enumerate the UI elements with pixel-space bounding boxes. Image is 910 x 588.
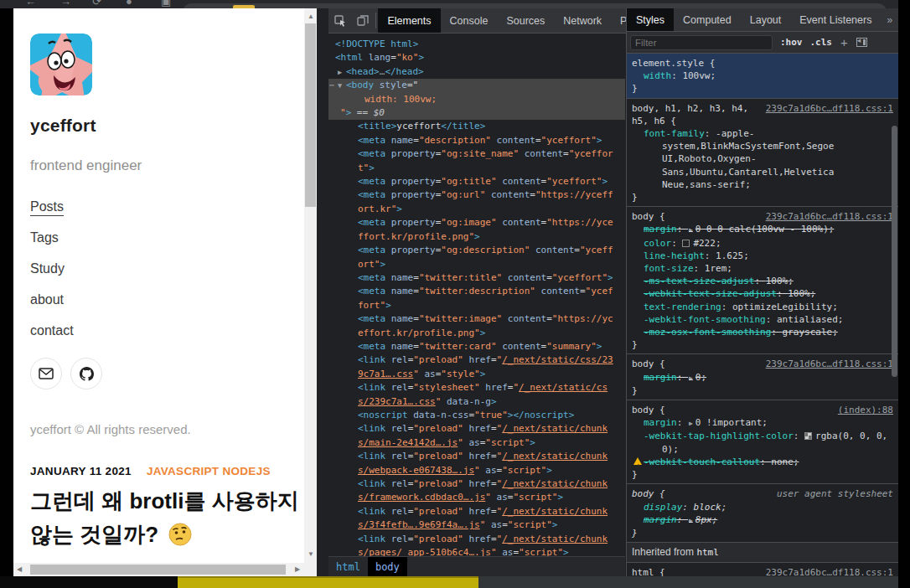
code-line[interactable]: ffort.kr/profile.png"> [328, 230, 625, 244]
styles-more-tabs-icon[interactable]: » [881, 8, 898, 31]
code-line[interactable]: 9c7a1….css" as="style"> [328, 368, 625, 381]
devtools-tab-network[interactable]: Network [554, 8, 611, 33]
css-rule[interactable]: 239c7a1d6bc…df118.css:1body {margin: ▶0 … [627, 207, 898, 354]
post-title-link[interactable]: 그런데 왜 brotli를 사용하지 않는 것일까? [30, 484, 317, 551]
css-rule[interactable]: 239c7a1d6bc…df118.css:1body {margin: ▶0;… [627, 354, 898, 400]
code-line[interactable]: "> == $0 [328, 106, 625, 120]
mail-link[interactable] [30, 358, 62, 389]
breadcrumb-html[interactable]: html [328, 557, 368, 576]
code-line[interactable]: <meta name="twitter:card" content="summa… [328, 340, 625, 353]
css-property[interactable]: margin: ▶0 !important; [632, 416, 893, 430]
css-property[interactable]: font-size: 1rem; [632, 262, 893, 275]
code-line[interactable]: <meta property="og:url" content="https:/… [328, 188, 625, 202]
stylesheet-source-link[interactable]: 239c7a1d6bc…df118.css:1 [766, 210, 893, 223]
code-line[interactable]: <noscript data-n-css="true"></noscript> [328, 409, 625, 422]
code-line[interactable]: <meta property="og:image" content="https… [328, 216, 625, 230]
expand-shorthand-icon[interactable]: ▶ [689, 420, 693, 427]
code-line[interactable]: <title>yceffort</title> [328, 120, 625, 133]
css-property[interactable]: -webkit-tap-highlight-color: rgba(0, 0, … [632, 430, 893, 455]
class-toggle[interactable]: .cls [810, 37, 833, 48]
sidebar-nav-item-tags[interactable]: Tags [30, 230, 74, 245]
devtools-tab-elements[interactable]: Elements [378, 8, 440, 33]
code-line[interactable]: <meta name="description" content="yceffo… [328, 134, 625, 147]
styles-scrollbar-thumb[interactable] [892, 126, 897, 377]
code-line[interactable]: <link rel="preload" href="/_next/static/… [328, 353, 625, 367]
css-property[interactable]: -moz-osx-font-smoothing: grayscale; [632, 326, 893, 338]
forward-icon[interactable]: → [60, 0, 71, 8]
code-line[interactable]: <meta property="og:site_name" content="y… [328, 147, 625, 161]
css-property[interactable]: -ms-text-size-adjust: 100%; [632, 275, 893, 287]
new-style-rule-icon[interactable]: + [840, 39, 848, 47]
devtools-tab-sources[interactable]: Sources [497, 8, 554, 33]
scroll-up-icon[interactable]: ▲ [308, 13, 314, 20]
css-rule[interactable]: user agent stylesheetbody {display: bloc… [627, 484, 898, 543]
code-line[interactable]: s/framework.cdbdac0….js" as="script"> [328, 491, 625, 504]
css-property[interactable]: line-height: 1.625; [632, 250, 893, 262]
color-swatch[interactable] [804, 432, 812, 440]
css-rule[interactable]: 239c7a1d6bc…df118.css:1body, h1, h2, h3,… [627, 99, 898, 208]
scroll-down-icon[interactable]: ▼ [308, 551, 314, 558]
code-line[interactable]: <meta name="twitter:image" content="http… [328, 312, 625, 326]
pseudo-state-toggle[interactable]: :hov [780, 37, 803, 48]
code-line[interactable]: fort"> [328, 299, 625, 312]
expand-arrow-icon[interactable]: ▶ [338, 65, 342, 79]
code-line[interactable]: s/3f4fefb….9e69f4a….js" as="script"> [328, 518, 625, 532]
color-swatch[interactable] [682, 240, 690, 247]
breadcrumb-body[interactable]: body [368, 557, 407, 576]
styles-tab-styles[interactable]: Styles [627, 8, 674, 31]
code-line[interactable]: <html lang="ko"> [328, 51, 625, 64]
expand-shorthand-icon[interactable]: ▶ [689, 226, 693, 234]
sidebar-nav-item-posts[interactable]: Posts [30, 199, 74, 214]
code-line[interactable]: <!DOCTYPE html> [328, 38, 625, 51]
code-line[interactable]: s/239c7a1….css" data-n-g> [328, 395, 625, 409]
code-line[interactable]: <meta name="twitter:description" content… [328, 285, 625, 298]
code-line[interactable]: <meta property="og:description" content=… [328, 244, 625, 257]
scroll-right-icon[interactable]: ▶ [295, 566, 300, 573]
github-link[interactable] [70, 358, 102, 389]
css-property[interactable]: -webkit-font-smoothing: antialiased; [632, 313, 893, 326]
css-property[interactable]: text-rendering: optimizeLegibility; [632, 301, 893, 313]
styles-filter-input[interactable] [630, 35, 773, 50]
code-line[interactable]: <link rel="preload" href="/_next/static/… [328, 422, 625, 436]
styles-tab-computed[interactable]: Computed [674, 8, 741, 31]
sidebar-nav-item-study[interactable]: Study [30, 261, 74, 276]
toggle-sidebar-icon[interactable] [856, 38, 867, 47]
code-line[interactable]: <link rel="preload" href="/_next/static/… [328, 450, 625, 463]
page-horizontal-scrollbar-thumb[interactable] [30, 565, 286, 575]
styles-tab-layout[interactable]: Layout [741, 8, 791, 31]
profile-avatar-icon[interactable]: ● [126, 0, 132, 8]
extension-icon[interactable]: ▣ [161, 0, 171, 8]
code-line[interactable]: width: 100vw; [328, 93, 625, 106]
code-line[interactable]: <meta property="og:title" content="yceff… [328, 175, 625, 188]
css-property[interactable]: !-webkit-touch-callout: none; [632, 456, 893, 468]
code-line[interactable]: s/main-2e4142d….js" as="script"> [328, 436, 625, 450]
inherited-from-element[interactable]: html [696, 547, 719, 558]
code-line[interactable]: effort.kr/profile.png"> [328, 327, 625, 340]
stylesheet-source-link[interactable]: 239c7a1d6bc…df118.css:1 [766, 102, 893, 115]
stylesheet-source-link[interactable]: user agent stylesheet [777, 487, 893, 500]
css-property[interactable]: margin: ▶0; [632, 371, 893, 384]
code-line[interactable]: ⋯▼<body style=" [328, 79, 625, 92]
css-rule[interactable]: 239c7a1d6bc…df118.css:1html {} [627, 563, 898, 576]
code-line[interactable]: <link rel="preload" href="/_next/static/… [328, 533, 625, 546]
code-line[interactable]: s/pages/_app-510b6c4….js" as="script"> [328, 546, 625, 556]
collapse-arrow-icon[interactable]: ▼ [338, 79, 342, 92]
code-line[interactable]: <meta name="twitter:title" content="ycef… [328, 271, 625, 285]
reload-icon[interactable]: ⟳ [92, 0, 101, 8]
back-icon[interactable]: ← [25, 0, 36, 8]
styles-tab-event-listeners[interactable]: Event Listeners [790, 8, 881, 31]
code-line[interactable]: s/webpack-e067438….js" as="script"> [328, 464, 625, 477]
css-rule[interactable]: element.style {width: 100vw;} [627, 54, 898, 99]
expand-shorthand-icon[interactable]: ▶ [689, 517, 693, 524]
avatar[interactable] [30, 34, 92, 95]
stylesheet-source-link[interactable]: 239c7a1d6bc…df118.css:1 [766, 566, 893, 576]
line-actions-icon[interactable]: ⋯ [329, 79, 333, 92]
sidebar-nav-item-contact[interactable]: contact [30, 323, 74, 338]
page-vertical-scrollbar-thumb[interactable] [305, 23, 316, 207]
post-tags[interactable]: JAVASCRIPT NODEJS [147, 465, 271, 477]
css-property[interactable]: font-family: -apple-system,BlinkMacSyste… [632, 127, 893, 191]
scroll-left-icon[interactable]: ◀ [17, 566, 22, 573]
inspect-element-icon[interactable] [328, 8, 351, 33]
device-toolbar-icon[interactable] [351, 8, 374, 33]
code-line[interactable]: t"> [328, 162, 625, 175]
